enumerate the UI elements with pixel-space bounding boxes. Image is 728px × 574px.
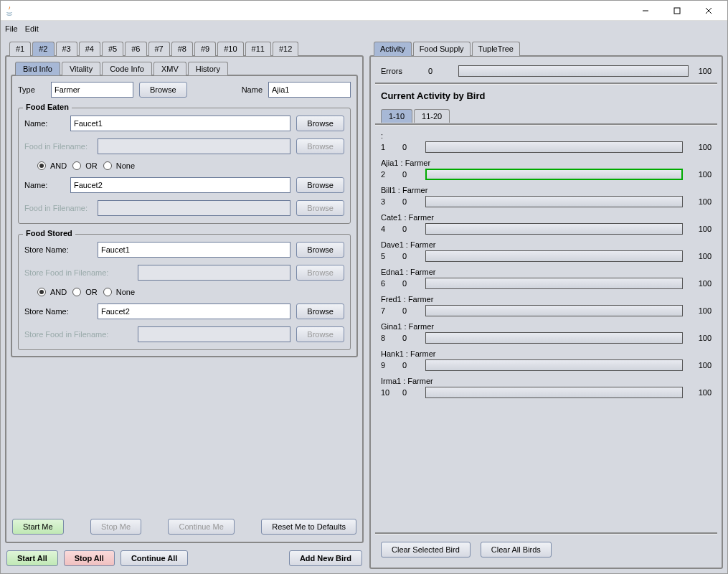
- bird-entry: Bill1 : Farmer30100: [381, 184, 712, 207]
- menu-edit[interactable]: Edit: [25, 24, 39, 33]
- number-tabstrip: #1#2#3#4#5#6#7#8#9#10#11#12: [5, 41, 364, 55]
- bird-row: 60100: [381, 278, 712, 289]
- subtab-xmv[interactable]: XMV: [153, 62, 186, 75]
- tab-8[interactable]: #8: [171, 42, 193, 56]
- tab-12[interactable]: #12: [273, 42, 298, 56]
- bird-label: Fred1 : Farmer: [381, 293, 712, 305]
- fs-file2-label: Store Food in Filename:: [24, 330, 132, 339]
- tab-1[interactable]: #1: [9, 42, 31, 56]
- tab-2[interactable]: #2: [32, 42, 54, 56]
- tab-4[interactable]: #4: [79, 42, 100, 56]
- right-tab-tupletree[interactable]: TupleTree: [472, 42, 520, 56]
- bird-bar: [425, 332, 683, 344]
- right-tab-activity[interactable]: Activity: [374, 42, 412, 56]
- stop-all-button[interactable]: Stop All: [64, 550, 115, 566]
- clear-selected-button[interactable]: Clear Selected Bird: [381, 542, 471, 557]
- maximize-button[interactable]: [661, 1, 693, 21]
- close-button[interactable]: [693, 1, 724, 21]
- bird-entry: Fred1 : Farmer70100: [381, 293, 712, 316]
- bird-max: 100: [691, 334, 712, 342]
- add-bird-button[interactable]: Add New Bird: [289, 550, 362, 566]
- fe-browse1[interactable]: Browse: [296, 116, 344, 131]
- name-input[interactable]: [268, 82, 351, 98]
- bird-bar: [425, 250, 683, 262]
- tab-6[interactable]: #6: [125, 42, 146, 56]
- right-tabstrip: ActivityFood SupplyTupleTree: [369, 41, 723, 55]
- fe-radio-none[interactable]: None: [103, 161, 135, 170]
- page-tab-1-10[interactable]: 1-10: [381, 109, 412, 123]
- fs-file2-input: [138, 326, 290, 342]
- fe-radio-or[interactable]: OR: [72, 161, 98, 170]
- subtab-history[interactable]: History: [188, 62, 228, 75]
- bird-entry: Gina1 : Farmer80100: [381, 321, 712, 344]
- bird-index: 4: [381, 225, 394, 233]
- reset-button[interactable]: Reset Me to Defaults: [261, 519, 356, 535]
- tab-5[interactable]: #5: [102, 42, 123, 56]
- fs-radio-and[interactable]: AND: [37, 288, 67, 296]
- bird-label: Edna1 : Farmer: [381, 266, 712, 278]
- fe-file2-input: [98, 200, 290, 216]
- type-browse-button[interactable]: Browse: [139, 82, 187, 98]
- menu-file[interactable]: File: [5, 24, 18, 33]
- bird-index: 2: [381, 170, 394, 179]
- fe-file1-browse: Browse: [296, 138, 344, 154]
- bird-max: 100: [691, 170, 712, 179]
- bird-label: Irma1 : Farmer: [381, 375, 712, 387]
- fs-browse1[interactable]: Browse: [296, 242, 344, 258]
- titlebar: [1, 1, 727, 21]
- bird-bar: [425, 359, 683, 371]
- bird-index: 10: [381, 388, 394, 397]
- bird-max: 100: [691, 306, 712, 315]
- fe-radio-and[interactable]: AND: [37, 161, 67, 170]
- fe-name1-input[interactable]: [70, 116, 290, 131]
- bird-bar: [425, 387, 683, 398]
- fe-browse2[interactable]: Browse: [296, 177, 344, 193]
- bird-entry: Irma1 : Farmer100100: [381, 375, 712, 398]
- tab-9[interactable]: #9: [194, 42, 216, 56]
- tab-11[interactable]: #11: [245, 42, 271, 56]
- fs-file1-browse: Browse: [296, 265, 344, 281]
- fe-name2-input[interactable]: [70, 177, 290, 193]
- activity-heading: Current Activity by Bird: [375, 86, 717, 105]
- bird-index: 5: [381, 252, 394, 260]
- right-tab-food-supply[interactable]: Food Supply: [413, 42, 471, 56]
- bird-row: 50100: [381, 250, 712, 262]
- tab-10[interactable]: #10: [217, 42, 243, 56]
- bird-row: 10100: [381, 141, 712, 153]
- bird-index: 3: [381, 197, 394, 206]
- start-all-button[interactable]: Start All: [6, 550, 58, 566]
- bird-value: 0: [402, 279, 417, 288]
- activity-panel: Errors 0 100 Current Activity by Bird 1-…: [369, 55, 723, 569]
- minimize-button[interactable]: [630, 1, 661, 21]
- errors-value: 0: [412, 67, 448, 75]
- subtab-bird-info[interactable]: Bird Info: [15, 62, 60, 75]
- bird-entry: Dave1 : Farmer50100: [381, 239, 712, 262]
- left-pane: #1#2#3#4#5#6#7#8#9#10#11#12 Bird InfoVit…: [5, 41, 364, 569]
- bird-entry: Cate1 : Farmer40100: [381, 212, 712, 235]
- fs-browse2[interactable]: Browse: [296, 304, 344, 319]
- continue-all-button[interactable]: Continue All: [120, 550, 188, 566]
- food-eaten-title: Food Eaten: [23, 103, 72, 111]
- tab-7[interactable]: #7: [148, 42, 170, 56]
- fs-radio-or[interactable]: OR: [72, 288, 98, 296]
- page-tab-11-20[interactable]: 11-20: [414, 109, 450, 123]
- bird-entry: Hank1 : Farmer90100: [381, 348, 712, 371]
- clear-all-button[interactable]: Clear All Birds: [481, 542, 552, 557]
- bird-row: 40100: [381, 223, 712, 235]
- type-label: Type: [18, 85, 45, 94]
- subtab-vitality[interactable]: Vitality: [62, 62, 100, 75]
- bird-max: 100: [691, 388, 712, 397]
- tab-3[interactable]: #3: [56, 42, 77, 56]
- type-input[interactable]: [51, 82, 133, 98]
- page-tabstrip: 1-1011-20: [375, 108, 717, 122]
- fs-radio-none[interactable]: None: [103, 288, 135, 296]
- fs-name2-input[interactable]: [98, 304, 290, 319]
- bird-value: 0: [402, 361, 417, 370]
- subtab-code-info[interactable]: Code Info: [102, 62, 152, 75]
- bird-row: 100100: [381, 387, 712, 398]
- bird-index: 1: [381, 143, 394, 151]
- start-me-button[interactable]: Start Me: [12, 519, 64, 535]
- fs-name1-input[interactable]: [98, 242, 290, 258]
- fs-name2-label: Store Name:: [24, 307, 92, 316]
- fe-name2-label: Name:: [24, 181, 65, 189]
